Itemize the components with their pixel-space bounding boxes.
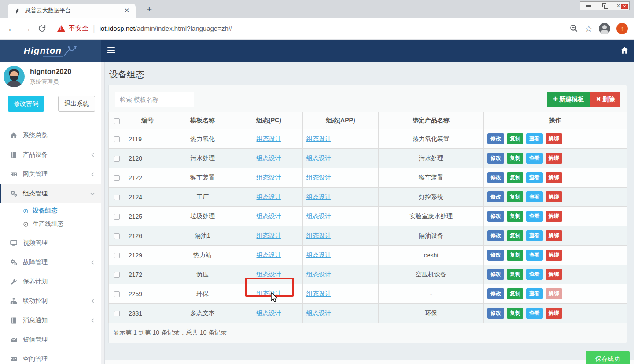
view-button[interactable]: 查看 (526, 133, 543, 144)
row-checkbox[interactable] (114, 291, 120, 297)
row-checkbox[interactable] (114, 233, 120, 239)
copy-button[interactable]: 复制 (507, 211, 523, 222)
edit-button[interactable]: 修改 (487, 288, 504, 299)
browser-profile-icon[interactable] (599, 23, 610, 34)
sidebar-item-fault[interactable]: 故障管理 (0, 253, 101, 272)
home-icon[interactable] (620, 46, 629, 55)
app-config-link[interactable]: 组态设计 (306, 232, 331, 239)
edit-button[interactable]: 修改 (487, 172, 504, 183)
sidebar-item-config[interactable]: 组态管理 (0, 184, 101, 203)
sidebar-item-overview[interactable]: 系统总览 (0, 126, 101, 145)
app-config-link[interactable]: 组态设计 (306, 251, 331, 258)
window-minimize-button[interactable] (580, 2, 597, 10)
pc-config-link[interactable]: 组态设计 (257, 271, 281, 278)
sidebar-item-product[interactable]: 产品设备 (0, 145, 101, 165)
sidebar-toggle-button[interactable] (107, 47, 115, 55)
edit-button[interactable]: 修改 (487, 153, 504, 164)
select-all-checkbox[interactable] (114, 118, 120, 124)
view-button[interactable]: 查看 (526, 153, 543, 164)
copy-button[interactable]: 复制 (507, 172, 523, 183)
pc-config-link[interactable]: 组态设计 (257, 154, 281, 162)
sidebar-item-message[interactable]: 消息通知 (0, 311, 101, 330)
new-tab-button[interactable]: + (143, 4, 156, 16)
app-config-link[interactable]: 组态设计 (306, 271, 331, 278)
unbind-button[interactable]: 解绑 (546, 211, 562, 222)
sidebar-item-space[interactable]: 空间管理 (0, 349, 101, 364)
view-button[interactable]: 查看 (526, 308, 543, 319)
row-checkbox[interactable] (114, 136, 120, 142)
edit-button[interactable]: 修改 (487, 133, 504, 144)
edit-button[interactable]: 修改 (487, 250, 504, 261)
app-config-link[interactable]: 组态设计 (306, 174, 331, 181)
row-checkbox[interactable] (114, 195, 120, 200)
pc-config-link[interactable]: 组态设计 (257, 135, 281, 142)
pc-config-link[interactable]: 组态设计 (257, 309, 281, 316)
pc-config-link[interactable]: 组态设计 (257, 290, 281, 297)
row-checkbox[interactable] (114, 253, 120, 258)
copy-button[interactable]: 复制 (507, 191, 523, 202)
copy-button[interactable]: 复制 (507, 269, 523, 280)
new-template-button[interactable]: ✚新建模板 (547, 92, 590, 107)
pc-config-link[interactable]: 组态设计 (257, 193, 281, 200)
pc-config-link[interactable]: 组态设计 (257, 174, 281, 181)
row-checkbox[interactable] (114, 156, 120, 162)
view-button[interactable]: 查看 (526, 269, 543, 280)
window-close-button[interactable]: ✕✕ (613, 2, 629, 10)
logout-button[interactable]: 退出系统 (58, 96, 95, 112)
back-button[interactable]: ← (4, 23, 19, 34)
unbind-button[interactable]: 解绑 (546, 308, 562, 319)
edit-button[interactable]: 修改 (487, 269, 504, 280)
search-input[interactable] (115, 92, 194, 107)
edit-button[interactable]: 修改 (487, 308, 504, 319)
edit-button[interactable]: 修改 (487, 230, 504, 241)
app-config-link[interactable]: 组态设计 (306, 309, 331, 316)
unbind-button[interactable]: 解绑 (546, 250, 562, 261)
bookmark-star-icon[interactable]: ☆ (585, 23, 593, 34)
unbind-button[interactable]: 解绑 (546, 133, 562, 144)
view-button[interactable]: 查看 (526, 211, 543, 222)
row-checkbox[interactable] (114, 175, 120, 181)
app-config-link[interactable]: 组态设计 (306, 135, 331, 142)
change-password-button[interactable]: 修改密码 (8, 96, 44, 112)
unbind-button[interactable]: 解绑 (546, 269, 562, 280)
view-button[interactable]: 查看 (526, 250, 543, 261)
unbind-button[interactable]: 解绑 (546, 172, 562, 183)
reload-button[interactable] (34, 24, 49, 33)
unbind-button[interactable]: 解绑 (546, 288, 562, 299)
sidebar-subitem-device-config[interactable]: 设备组态 (0, 204, 101, 217)
sidebar-item-sms[interactable]: 短信管理 (0, 330, 101, 349)
sidebar-item-linkage[interactable]: 联动控制 (0, 291, 101, 311)
address-bar[interactable]: iot.idosp.net/admin/index.html?language=… (100, 25, 232, 32)
row-checkbox[interactable] (114, 311, 120, 316)
copy-button[interactable]: 复制 (507, 308, 523, 319)
sidebar-item-maintain[interactable]: 保养计划 (0, 272, 101, 291)
view-button[interactable]: 查看 (526, 288, 543, 299)
copy-button[interactable]: 复制 (507, 133, 523, 144)
edit-button[interactable]: 修改 (487, 211, 504, 222)
browser-tab[interactable]: 思普云大数据平台 ✕ (8, 4, 136, 18)
edit-button[interactable]: 修改 (487, 191, 504, 202)
row-checkbox[interactable] (114, 214, 120, 220)
sidebar-scrollbar[interactable] (101, 62, 105, 364)
row-checkbox[interactable] (114, 272, 120, 278)
pc-config-link[interactable]: 组态设计 (257, 251, 281, 258)
security-chip[interactable]: 不安全 | (57, 24, 100, 33)
sidebar-item-video[interactable]: 视频管理 (0, 233, 101, 253)
logo[interactable]: Hignton (0, 40, 101, 62)
unbind-button[interactable]: 解绑 (546, 230, 562, 241)
copy-button[interactable]: 复制 (507, 153, 523, 164)
copy-button[interactable]: 复制 (507, 250, 523, 261)
browser-update-icon[interactable]: ↑ (616, 23, 628, 34)
sidebar-subitem-line-config[interactable]: 生产线组态 (0, 217, 101, 231)
app-config-link[interactable]: 组态设计 (306, 290, 331, 297)
window-restore-button[interactable] (597, 2, 613, 10)
sidebar-item-gateway[interactable]: 网关管理 (0, 165, 101, 184)
delete-button[interactable]: ✖删除 (590, 92, 620, 107)
app-config-link[interactable]: 组态设计 (306, 213, 331, 220)
pc-config-link[interactable]: 组态设计 (257, 232, 281, 239)
forward-button[interactable]: → (19, 23, 34, 34)
view-button[interactable]: 查看 (526, 172, 543, 183)
copy-button[interactable]: 复制 (507, 288, 523, 299)
pc-config-link[interactable]: 组态设计 (257, 213, 281, 220)
copy-button[interactable]: 复制 (507, 230, 523, 241)
